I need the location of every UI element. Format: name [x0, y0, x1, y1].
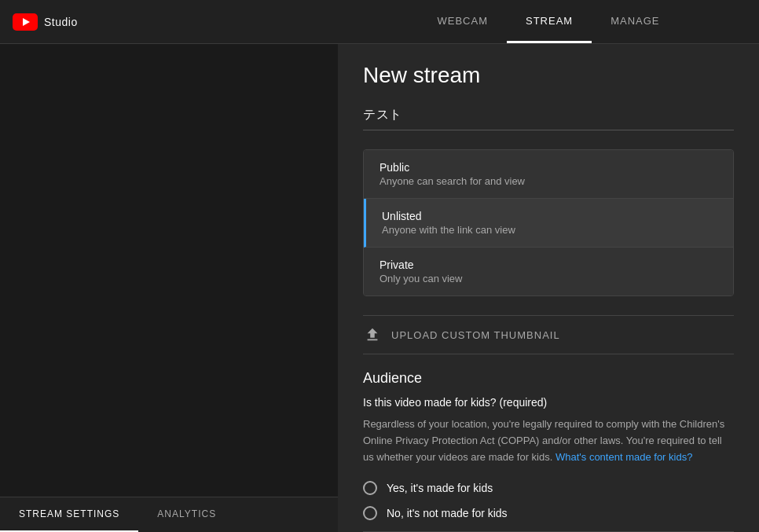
visibility-unlisted-desc: Anyone with the link can view [382, 224, 717, 236]
upload-thumbnail-label: UPLOAD CUSTOM THUMBNAIL [391, 329, 560, 341]
stream-title[interactable]: テスト [363, 107, 734, 130]
logo-area: Studio [0, 13, 338, 31]
audience-question: Is this video made for kids? (required) [363, 396, 734, 409]
upload-thumbnail-button[interactable]: UPLOAD CUSTOM THUMBNAIL [363, 315, 734, 354]
left-panel-tabs: STREAM SETTINGS ANALYTICS [0, 497, 338, 532]
radio-no-kids-circle [363, 506, 377, 520]
visibility-public-desc: Anyone can search for and view [380, 175, 717, 187]
nav-tabs: WEBCAM STREAM MANAGE [338, 0, 759, 43]
studio-label: Studio [44, 16, 78, 28]
audience-section-title: Audience [363, 370, 734, 387]
visibility-public[interactable]: Public Anyone can search for and view [364, 150, 733, 199]
tab-stream-settings[interactable]: STREAM SETTINGS [0, 497, 138, 532]
visibility-private-title: Private [380, 259, 717, 271]
visibility-public-title: Public [380, 161, 717, 174]
radio-yes-kids-label: Yes, it's made for kids [387, 482, 493, 494]
main-layout: STREAM SETTINGS ANALYTICS New stream テスト… [0, 44, 759, 532]
nav-tab-webcam[interactable]: WEBCAM [418, 0, 507, 43]
video-dark-area [0, 44, 338, 497]
upload-icon [363, 325, 382, 344]
nav-tab-stream[interactable]: STREAM [507, 0, 592, 43]
left-panel: STREAM SETTINGS ANALYTICS [0, 44, 338, 532]
visibility-unlisted[interactable]: Unlisted Anyone with the link can view [364, 199, 733, 248]
tab-analytics[interactable]: ANALYTICS [138, 497, 235, 532]
page-title: New stream [363, 63, 734, 88]
coppa-link[interactable]: What's content made for kids? [556, 451, 692, 463]
video-preview [0, 44, 338, 497]
nav-tab-manage[interactable]: MANAGE [592, 0, 678, 43]
radio-yes-kids-circle [363, 481, 377, 495]
audience-description: Regardless of your location, you're lega… [363, 416, 734, 465]
right-panel: New stream テスト Public Anyone can search … [338, 44, 759, 532]
visibility-private-desc: Only you can view [380, 273, 717, 284]
youtube-logo-icon [13, 13, 38, 31]
header: Studio WEBCAM STREAM MANAGE [0, 0, 759, 44]
visibility-options: Public Anyone can search for and view Un… [363, 149, 734, 296]
visibility-private[interactable]: Private Only you can view [364, 248, 733, 295]
radio-no-kids[interactable]: No, it's not made for kids [363, 506, 734, 520]
visibility-unlisted-title: Unlisted [382, 210, 717, 222]
radio-no-kids-label: No, it's not made for kids [387, 507, 508, 519]
radio-yes-kids[interactable]: Yes, it's made for kids [363, 481, 734, 495]
